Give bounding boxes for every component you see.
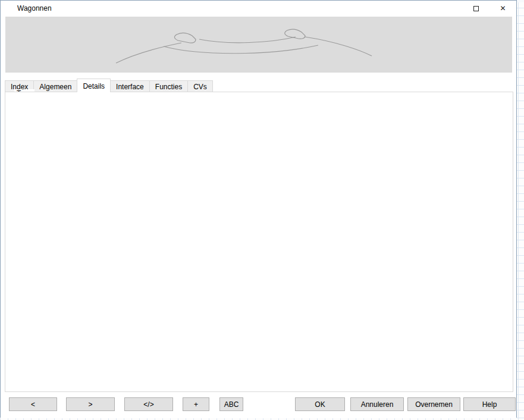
close-button[interactable]: ✕	[490, 1, 516, 16]
prev-button[interactable]: <	[9, 397, 57, 411]
apply-button[interactable]: Overnemen	[407, 397, 460, 411]
footer: < > </> + ABC OK Annuleren Overnemen Hel…	[1, 392, 516, 418]
maximize-icon	[473, 6, 479, 11]
tab-algemeen[interactable]: Algemeen	[33, 80, 77, 92]
ok-button[interactable]: OK	[295, 397, 345, 411]
tab-functies[interactable]: Functies	[149, 80, 188, 92]
wagonnen-dialog: Wagonnen ✕ Index Algemeen Details Interf…	[0, 0, 517, 418]
title-bar: Wagonnen ✕	[1, 1, 516, 16]
tab-bar: Index Algemeen Details Interface Functie…	[5, 79, 212, 92]
help-button[interactable]: Help	[463, 397, 516, 411]
maximize-button[interactable]	[463, 1, 490, 16]
wagon-sketch-image	[92, 19, 425, 70]
abc-button[interactable]: ABC	[219, 397, 243, 411]
cancel-button[interactable]: Annuleren	[350, 397, 404, 411]
code-button[interactable]: </>	[124, 397, 173, 411]
tab-cvs[interactable]: CVs	[187, 80, 213, 92]
window-title: Wagonnen	[17, 4, 52, 12]
add-button[interactable]: +	[183, 397, 209, 411]
window-controls: ✕	[463, 1, 516, 16]
next-button[interactable]: >	[66, 397, 115, 411]
details-tab-panel	[5, 92, 513, 392]
tab-details[interactable]: Details	[77, 79, 111, 92]
tab-interface[interactable]: Interface	[110, 80, 150, 92]
wagon-preview-banner	[5, 17, 512, 73]
